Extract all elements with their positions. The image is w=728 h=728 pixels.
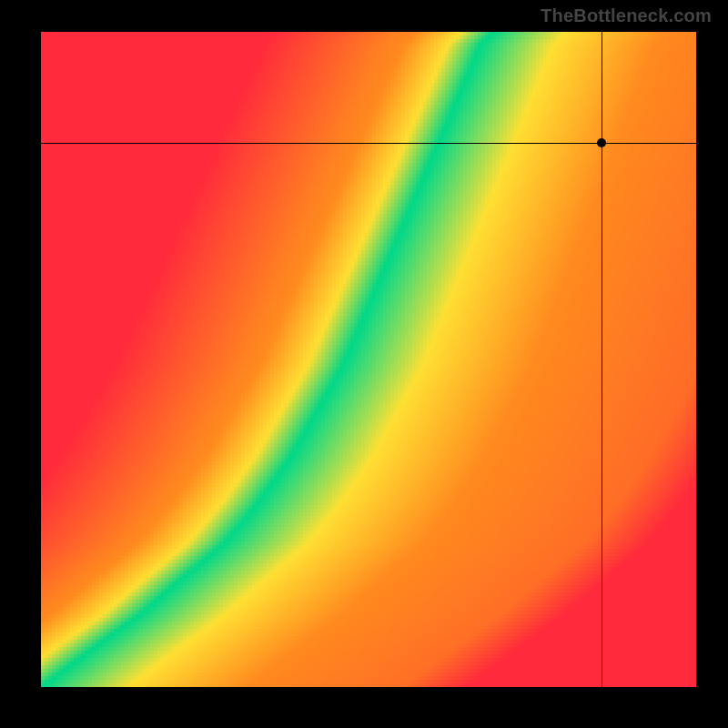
crosshair-vertical: [602, 32, 602, 687]
heatmap-canvas: [41, 32, 696, 687]
watermark: TheBottleneck.com: [541, 5, 712, 26]
crosshair-marker: [597, 138, 606, 147]
heatmap-plot: [41, 32, 696, 687]
